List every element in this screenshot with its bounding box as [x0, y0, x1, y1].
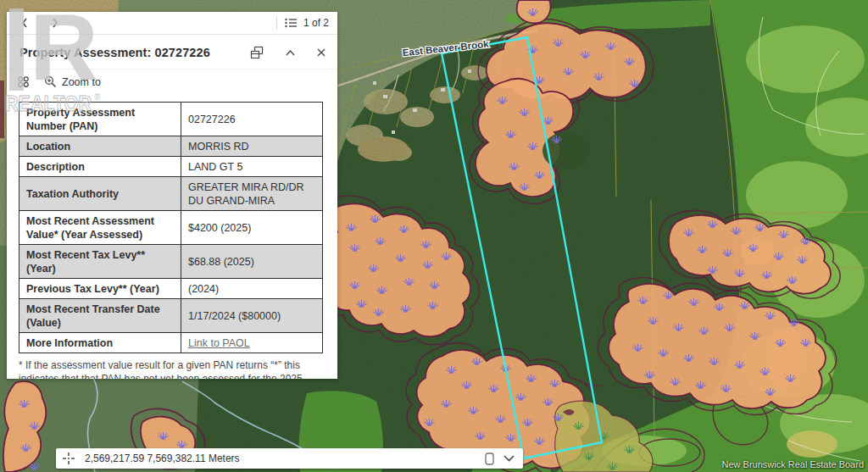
assessment-footnote: * If the assessment value result for a g…	[19, 358, 326, 379]
row-label: Most Recent Tax Levy** (Year)	[19, 245, 181, 279]
row-label: Taxation Authority	[19, 177, 181, 211]
popup-title-row: Property Assessment: 02727226	[7, 35, 337, 69]
row-value: (2024)	[181, 279, 323, 299]
previous-feature-button[interactable]	[15, 14, 34, 32]
row-value: 1/17/2024 ($80000)	[181, 299, 323, 333]
row-value: 02727226	[181, 103, 323, 136]
row-label: Property Assessment Number (PAN)	[19, 103, 181, 136]
table-row: Most Recent Transfer Date (Value) 1/17/2…	[19, 299, 323, 333]
zoom-to-button[interactable]: Zoom to	[44, 75, 101, 88]
table-row: Property Assessment Number (PAN) 0272722…	[19, 103, 323, 136]
chevron-down-icon	[504, 455, 515, 462]
device-icon	[485, 453, 494, 465]
tracking-toggle-button[interactable]	[485, 453, 494, 465]
close-icon	[317, 48, 326, 57]
table-row: Previous Tax Levy** (Year) (2024)	[19, 279, 323, 299]
row-label: Description	[19, 157, 181, 177]
collapse-popup-button[interactable]	[286, 50, 295, 56]
actions-grid-icon	[17, 75, 30, 88]
attribute-table: Property Assessment Number (PAN) 0272722…	[19, 102, 323, 353]
table-row: Most Recent Tax Levy** (Year) $68.88 (20…	[19, 245, 323, 279]
table-row: More Information Link to PAOL	[19, 333, 323, 353]
chevron-left-icon	[21, 18, 28, 28]
coordinate-options-button[interactable]	[504, 455, 515, 462]
next-feature-button[interactable]	[46, 14, 64, 32]
app-window: East Beaver Brook 1 of 2 Property Assess…	[0, 0, 868, 472]
table-row: Taxation Authority GREATER MIRA RD/DR DU…	[19, 177, 323, 211]
table-row: Most Recent Assessment Value* (Year Asse…	[19, 211, 323, 245]
row-label: Previous Tax Levy** (Year)	[19, 279, 181, 299]
row-value: GREATER MIRA RD/DR DU GRAND-MIRA	[181, 177, 323, 211]
property-assessment-popup: 1 of 2 Property Assessment: 02727226	[7, 12, 337, 379]
coordinates-display: 2,569,217.59 7,569,382.11 Meters	[85, 453, 485, 464]
row-value: MORRIS RD	[181, 136, 323, 157]
row-value: $68.88 (2025)	[181, 245, 323, 279]
table-row: Location MORRIS RD	[19, 136, 323, 157]
row-label: Most Recent Transfer Date (Value)	[19, 299, 181, 333]
zoom-to-label: Zoom to	[62, 76, 101, 88]
table-row: Description LAND GT 5	[19, 157, 323, 177]
close-popup-button[interactable]	[317, 48, 326, 57]
popup-title: Property Assessment: 02727226	[19, 46, 250, 59]
popup-actions-row: Zoom to	[7, 69, 337, 94]
crosshair-icon	[63, 453, 75, 464]
map-attribution: New Brunswick Real Estate Board	[721, 459, 864, 469]
list-icon	[285, 18, 298, 28]
dock-popup-button[interactable]	[250, 46, 264, 59]
row-label: Most Recent Assessment Value* (Year Asse…	[19, 211, 181, 245]
zoom-to-icon	[44, 75, 57, 88]
dock-icon	[250, 46, 264, 59]
feature-menu-button[interactable]	[17, 75, 30, 88]
coordinate-bar: 2,569,217.59 7,569,382.11 Meters	[56, 448, 523, 469]
paol-link[interactable]: Link to PAOL	[188, 337, 250, 349]
row-value: LAND GT 5	[181, 157, 323, 177]
divider	[276, 17, 277, 30]
row-label: Location	[19, 136, 181, 157]
popup-topbar: 1 of 2	[7, 12, 337, 35]
pagination-label: 1 of 2	[303, 17, 329, 29]
row-value: $4200 (2025)	[181, 211, 323, 245]
row-label: More Information	[19, 333, 181, 353]
feature-list-button[interactable]	[285, 18, 298, 28]
chevron-right-icon	[52, 18, 58, 28]
chevron-up-icon	[286, 50, 295, 56]
